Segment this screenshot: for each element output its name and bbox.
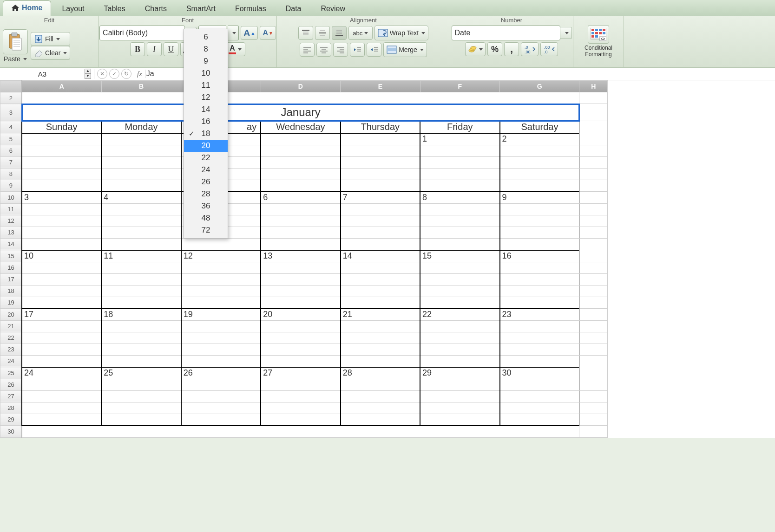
calendar-cell[interactable]: 9: [500, 192, 579, 204]
conditional-formatting-button[interactable]: ≤≥: [588, 25, 609, 44]
calendar-cell[interactable]: 23: [500, 309, 579, 321]
calendar-cell[interactable]: 25: [101, 367, 181, 379]
day-header[interactable]: Sunday: [22, 121, 101, 133]
row-header[interactable]: 7: [0, 156, 22, 168]
align-left-button[interactable]: [300, 43, 315, 57]
name-box[interactable]: A3 ▲▼: [0, 69, 94, 79]
tab-layout[interactable]: Layout: [53, 1, 93, 16]
calendar-cell[interactable]: [261, 133, 340, 145]
calendar-cell[interactable]: [22, 133, 101, 145]
row-header[interactable]: 12: [0, 215, 22, 227]
merge-button[interactable]: Merge: [383, 42, 427, 57]
formula-input[interactable]: Ja: [145, 70, 775, 78]
bold-button[interactable]: B: [130, 42, 145, 56]
increase-indent-button[interactable]: [367, 43, 381, 57]
calendar-cell[interactable]: 13: [261, 250, 340, 262]
calendar-cell[interactable]: 22: [420, 309, 499, 321]
row-header[interactable]: 11: [0, 203, 22, 215]
row-header[interactable]: 5: [0, 133, 22, 145]
increase-decimal-button[interactable]: .0.00: [521, 42, 539, 56]
calendar-cell[interactable]: 10: [22, 250, 101, 262]
currency-button[interactable]: [465, 42, 486, 56]
calendar-cell[interactable]: 14: [341, 250, 420, 262]
calendar-cell[interactable]: 3: [22, 192, 101, 204]
accept-formula-button[interactable]: ✓: [109, 69, 119, 79]
calendar-cell[interactable]: 11: [101, 250, 181, 262]
clear-button[interactable]: Clear: [31, 46, 70, 60]
col-header-E[interactable]: E: [341, 81, 420, 92]
row-header[interactable]: 6: [0, 145, 22, 156]
row-header[interactable]: 13: [0, 227, 22, 238]
font-size-option[interactable]: 22: [184, 152, 228, 164]
col-header-G[interactable]: G: [500, 81, 579, 92]
fill-button[interactable]: Fill: [31, 32, 70, 46]
font-size-option[interactable]: 8: [184, 43, 228, 55]
fx-label[interactable]: fx: [137, 70, 142, 78]
row-header[interactable]: 15: [0, 250, 22, 262]
row-header[interactable]: 24: [0, 355, 22, 367]
shrink-font-button[interactable]: A▼: [260, 26, 276, 40]
font-size-dropdown[interactable]: 6891011121416✓182022242628364872: [184, 29, 228, 239]
decrease-indent-button[interactable]: [350, 43, 365, 57]
font-size-option[interactable]: 24: [184, 164, 228, 176]
font-size-option[interactable]: 16: [184, 116, 228, 128]
align-top-button[interactable]: [298, 26, 313, 40]
calendar-cell[interactable]: 27: [261, 367, 340, 379]
calendar-cell[interactable]: [101, 133, 181, 145]
row-header[interactable]: 10: [0, 192, 22, 204]
font-size-option[interactable]: ✓18: [184, 128, 228, 140]
day-header[interactable]: Saturday: [500, 121, 579, 133]
row-header[interactable]: 26: [0, 379, 22, 390]
day-header[interactable]: Friday: [420, 121, 499, 133]
col-header-A[interactable]: A: [22, 81, 101, 92]
day-header[interactable]: Wednesday: [261, 121, 340, 133]
row-header[interactable]: 16: [0, 262, 22, 273]
calendar-cell[interactable]: 28: [341, 367, 420, 379]
row-header[interactable]: 23: [0, 344, 22, 355]
row-header[interactable]: 25: [0, 367, 22, 379]
font-name-combo[interactable]: Calibri (Body): [99, 26, 185, 40]
column-headers[interactable]: A B C D E F G H: [0, 81, 608, 92]
wrap-text-button[interactable]: Wrap Text: [374, 26, 429, 40]
orientation-button[interactable]: abc: [348, 26, 373, 40]
cancel-formula-button[interactable]: ✕: [97, 69, 107, 79]
tab-data[interactable]: Data: [277, 1, 310, 16]
name-box-stepper[interactable]: ▲▼: [85, 69, 91, 79]
font-size-option[interactable]: 36: [184, 200, 228, 212]
row-header[interactable]: 28: [0, 402, 22, 414]
tab-formulas[interactable]: Formulas: [226, 1, 275, 16]
font-size-option[interactable]: 28: [184, 188, 228, 200]
col-header-F[interactable]: F: [420, 81, 499, 92]
calendar-cell[interactable]: 1: [420, 133, 499, 145]
align-middle-button[interactable]: [315, 26, 330, 40]
decrease-decimal-button[interactable]: .00.0: [540, 42, 558, 56]
tab-tables[interactable]: Tables: [95, 1, 134, 16]
font-size-option[interactable]: 9: [184, 55, 228, 67]
calendar-cell[interactable]: 21: [341, 309, 420, 321]
paste-button[interactable]: [3, 29, 28, 54]
row-header[interactable]: 4: [0, 121, 22, 133]
row-header[interactable]: 30: [0, 426, 22, 438]
paste-split[interactable]: Paste: [4, 55, 27, 63]
calendar-cell[interactable]: 6: [261, 192, 340, 204]
tab-charts[interactable]: Charts: [136, 1, 176, 16]
row-header[interactable]: 27: [0, 390, 22, 402]
calendar-cell[interactable]: 26: [181, 367, 261, 379]
row-header[interactable]: 29: [0, 414, 22, 426]
calendar-cell[interactable]: 8: [420, 192, 499, 204]
font-size-option[interactable]: 20: [184, 140, 228, 152]
font-size-option[interactable]: 10: [184, 67, 228, 79]
calendar-cell[interactable]: 4: [101, 192, 181, 204]
number-format-combo[interactable]: Date: [452, 26, 560, 40]
row-header[interactable]: 20: [0, 309, 22, 321]
col-header-H[interactable]: H: [579, 81, 608, 92]
font-size-option[interactable]: 48: [184, 212, 228, 224]
fx-history-button[interactable]: ↻: [121, 69, 131, 79]
row-header[interactable]: 14: [0, 238, 22, 250]
font-size-option[interactable]: 14: [184, 104, 228, 116]
align-center-button[interactable]: [316, 43, 331, 57]
percent-button[interactable]: %: [487, 42, 502, 56]
italic-button[interactable]: I: [147, 42, 162, 56]
row-header[interactable]: 19: [0, 297, 22, 309]
tab-home[interactable]: Home: [3, 0, 51, 16]
